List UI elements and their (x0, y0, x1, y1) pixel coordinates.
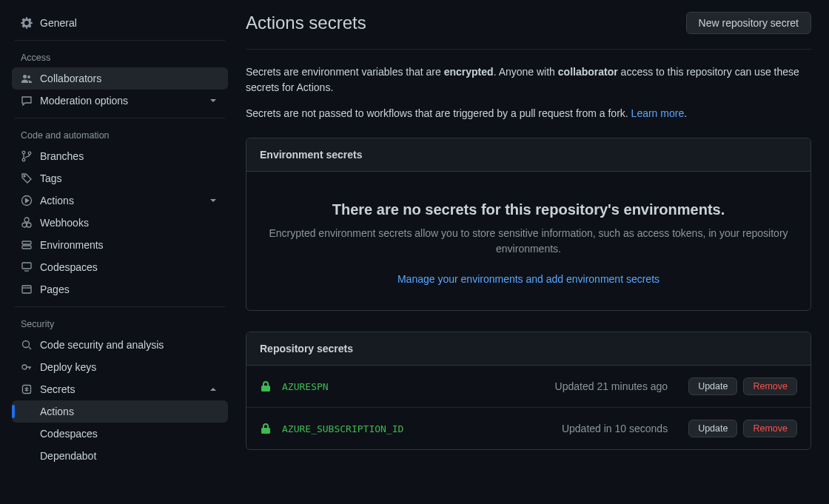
lock-icon (260, 423, 272, 434)
sidebar-label: Webhooks (40, 217, 89, 229)
branch-icon (21, 150, 33, 162)
asterisk-icon (21, 383, 33, 395)
sidebar-label: Tags (40, 172, 62, 184)
secret-updated: Updated 21 minutes ago (555, 380, 668, 392)
codespaces-icon (21, 261, 33, 273)
sidebar-sub-dependabot[interactable]: Dependabot (12, 445, 228, 467)
sidebar-label: Collaborators (40, 73, 101, 84)
gear-icon (21, 17, 33, 29)
sidebar-label: Environments (40, 239, 104, 251)
group-title-access: Access (12, 47, 228, 67)
sidebar-label: Deploy keys (40, 361, 96, 373)
svg-point-2 (28, 152, 31, 155)
server-icon (21, 239, 33, 251)
sidebar-label: Codespaces (40, 261, 98, 273)
intro-text-1: Secrets are environment variables that a… (246, 64, 811, 95)
svg-rect-10 (22, 263, 31, 269)
group-title-security: Security (12, 313, 228, 334)
update-secret-button[interactable]: Update (688, 420, 737, 437)
shield-search-icon (21, 339, 33, 351)
sidebar-sub-actions[interactable]: Actions (12, 400, 228, 423)
learn-more-link[interactable]: Learn more (631, 107, 685, 119)
sidebar-item-deploy-keys[interactable]: Deploy keys (12, 356, 228, 378)
page-title: Actions secrets (246, 13, 366, 33)
sidebar-sub-codespaces[interactable]: Codespaces (12, 423, 228, 445)
remove-secret-button[interactable]: Remove (743, 377, 797, 395)
chevron-down-icon (207, 95, 219, 107)
svg-point-7 (24, 218, 29, 222)
svg-rect-9 (22, 246, 31, 249)
intro-text-2: Secrets are not passed to workflows that… (246, 106, 811, 121)
sidebar-label: General (40, 17, 77, 29)
svg-point-12 (23, 341, 30, 348)
sidebar-item-general[interactable]: General (12, 12, 228, 34)
sidebar-item-environments[interactable]: Environments (12, 234, 228, 256)
sidebar-item-actions[interactable]: Actions (12, 189, 228, 212)
sidebar-label: Moderation options (40, 95, 128, 107)
main-content: Actions secrets New repository secret Se… (234, 0, 829, 504)
sidebar-item-pages[interactable]: Pages (12, 278, 228, 300)
comment-icon (21, 95, 33, 107)
update-secret-button[interactable]: Update (688, 377, 737, 395)
sidebar-label: Pages (40, 283, 70, 295)
divider (15, 40, 225, 41)
group-title-code: Code and automation (12, 124, 228, 145)
play-circle-icon (21, 195, 33, 206)
environment-secrets-header: Environment secrets (246, 138, 810, 172)
sidebar-item-branches[interactable]: Branches (12, 145, 228, 167)
sidebar-label: Branches (40, 150, 84, 162)
secret-name: AZURESPN (282, 381, 555, 392)
lock-icon (260, 380, 272, 392)
sidebar-item-tags[interactable]: Tags (12, 167, 228, 189)
divider (15, 118, 225, 118)
svg-point-13 (22, 365, 27, 369)
divider (246, 49, 811, 50)
remove-secret-button[interactable]: Remove (743, 420, 797, 437)
sidebar-item-secrets[interactable]: Secrets (12, 378, 228, 400)
env-empty-subtitle: Encrypted environment secrets allow you … (269, 226, 788, 257)
chevron-down-icon (207, 195, 219, 206)
sidebar-item-collaborators[interactable]: Collaborators (12, 67, 228, 90)
env-empty-title: There are no secrets for this repository… (269, 201, 788, 218)
secret-row: AZURE_SUBSCRIPTION_ID Updated in 10 seco… (246, 407, 810, 449)
manage-environments-link[interactable]: Manage your environments and add environ… (397, 273, 659, 285)
people-icon (21, 73, 33, 84)
sidebar-label: Secrets (40, 383, 75, 395)
sidebar-item-code-security[interactable]: Code security and analysis (12, 334, 228, 356)
environment-secrets-panel: Environment secrets There are no secrets… (246, 138, 811, 311)
sidebar-label: Code security and analysis (40, 339, 164, 351)
svg-point-6 (27, 223, 31, 227)
webhook-icon (21, 217, 33, 229)
sidebar-item-codespaces[interactable]: Codespaces (12, 256, 228, 278)
svg-point-3 (24, 175, 25, 177)
secret-row: AZURESPN Updated 21 minutes ago Update R… (246, 366, 810, 407)
key-icon (21, 361, 33, 373)
repository-secrets-header: Repository secrets (246, 332, 810, 366)
secret-updated: Updated in 10 seconds (562, 423, 668, 434)
tag-icon (21, 172, 33, 184)
svg-point-0 (22, 151, 25, 154)
settings-sidebar: General Access Collaborators Moderation … (0, 0, 234, 504)
sidebar-item-webhooks[interactable]: Webhooks (12, 212, 228, 234)
sidebar-label: Actions (40, 195, 74, 206)
sidebar-item-moderation[interactable]: Moderation options (12, 90, 228, 112)
svg-point-5 (22, 223, 27, 227)
chevron-up-icon (207, 383, 219, 395)
browser-icon (21, 283, 33, 295)
divider (15, 306, 225, 307)
repository-secrets-panel: Repository secrets AZURESPN Updated 21 m… (246, 332, 811, 450)
svg-rect-8 (22, 241, 31, 244)
new-repository-secret-button[interactable]: New repository secret (686, 12, 811, 34)
svg-point-1 (22, 158, 25, 161)
secret-name: AZURE_SUBSCRIPTION_ID (282, 423, 562, 434)
svg-rect-11 (22, 286, 31, 293)
